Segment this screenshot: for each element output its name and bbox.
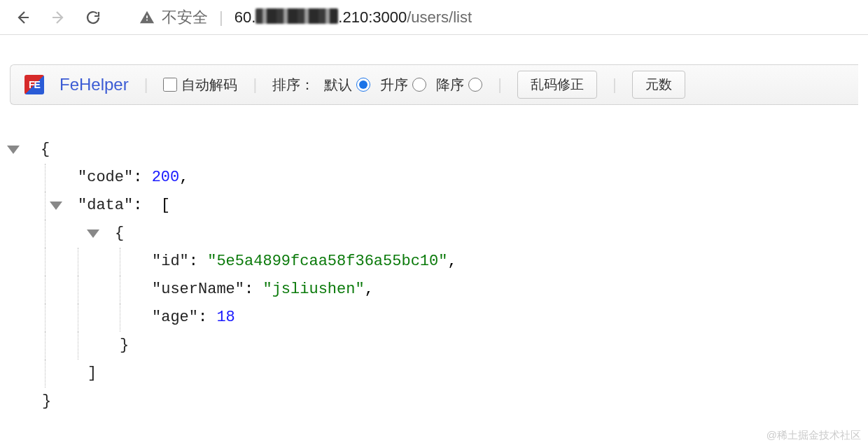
reload-icon — [85, 9, 102, 26]
sort-asc-option[interactable]: 升序 — [380, 76, 426, 94]
json-prop-age: "age": 18 — [45, 304, 861, 332]
separator: | — [253, 76, 257, 94]
element-count-button[interactable]: 元数 — [632, 71, 685, 99]
separator: | — [144, 76, 148, 94]
auto-decode-checkbox[interactable]: 自动解码 — [163, 76, 237, 94]
sort-desc-radio[interactable] — [468, 78, 482, 92]
sort-default-radio[interactable] — [356, 78, 370, 92]
sort-desc-option[interactable]: 降序 — [436, 76, 482, 94]
collapse-toggle[interactable] — [87, 229, 99, 238]
browser-nav-bar: 不安全 | 60..210:3000/users/list — [0, 0, 868, 35]
fix-encoding-button[interactable]: 乱码修正 — [517, 71, 597, 99]
json-prop-username: "userName": "jsliushen", — [45, 276, 861, 304]
json-prop-data: "data": [ — [45, 192, 861, 220]
fehelper-logo-icon: FE — [24, 75, 44, 94]
censored-ip-icon — [255, 8, 338, 24]
reload-button[interactable] — [80, 5, 106, 30]
separator: | — [612, 76, 617, 94]
separator: | — [215, 8, 227, 27]
json-line-close: } — [42, 388, 861, 416]
sort-asc-radio[interactable] — [412, 78, 426, 92]
sort-default-option[interactable]: 默认 — [324, 76, 370, 94]
separator: | — [498, 76, 502, 94]
json-line-open: { — [7, 136, 861, 164]
sort-asc-label: 升序 — [380, 76, 408, 94]
sort-label: 排序： — [272, 76, 314, 94]
address-bar[interactable]: 不安全 | 60..210:3000/users/list — [139, 7, 858, 28]
json-array-item-open: { — [45, 220, 861, 248]
json-prop-code: "code": 200, — [45, 164, 861, 192]
json-viewer: { "code": 200, "data": [ { "id": "5e5a48… — [0, 105, 868, 416]
collapse-toggle[interactable] — [50, 202, 62, 210]
arrow-right-icon — [50, 9, 66, 26]
json-array-close: ] — [45, 360, 861, 388]
auto-decode-label: 自动解码 — [181, 76, 237, 94]
json-array-item-close: } — [45, 332, 861, 360]
json-prop-id: "id": "5e5a4899fcaa58f36a55bc10", — [45, 248, 861, 276]
arrow-left-icon — [15, 9, 31, 26]
forward-button[interactable] — [46, 5, 71, 30]
not-secure-label: 不安全 — [162, 7, 208, 28]
sort-default-label: 默认 — [324, 76, 352, 94]
watermark: @稀土掘金技术社区 — [766, 429, 861, 442]
auto-decode-input[interactable] — [163, 78, 177, 92]
sort-group: 排序： 默认 升序 降序 — [272, 76, 482, 94]
warning-icon — [139, 10, 155, 25]
url: 60..210:3000/users/list — [234, 8, 472, 27]
back-button[interactable] — [10, 5, 36, 30]
fehelper-toolbar: FE FeHelper | 自动解码 | 排序： 默认 升序 降序 | 乱码修正… — [10, 64, 858, 105]
fehelper-title: FeHelper — [59, 75, 129, 94]
collapse-toggle[interactable] — [7, 146, 20, 154]
sort-desc-label: 降序 — [436, 76, 464, 94]
